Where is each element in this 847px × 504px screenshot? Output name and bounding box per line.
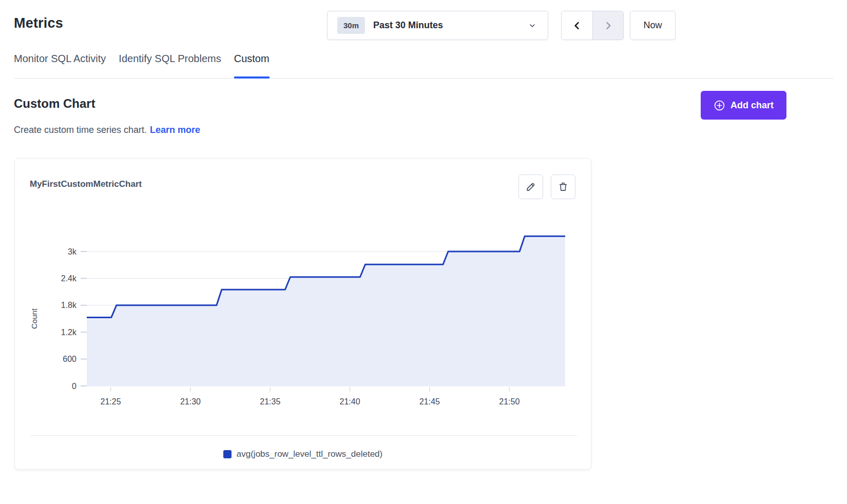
chevron-left-icon [572, 20, 582, 31]
svg-text:2.4k: 2.4k [61, 274, 77, 283]
time-range-badge: 30m [337, 17, 365, 34]
tab-custom[interactable]: Custom [234, 53, 270, 78]
svg-text:21:35: 21:35 [260, 397, 280, 406]
plus-circle-icon [714, 100, 725, 111]
svg-text:0: 0 [72, 382, 76, 391]
delete-chart-button[interactable] [551, 175, 575, 199]
add-chart-button[interactable]: Add chart [701, 91, 786, 120]
svg-text:3k: 3k [68, 247, 77, 256]
section-description: Create custom time series chart.Learn mo… [14, 125, 200, 135]
svg-text:21:45: 21:45 [419, 397, 440, 406]
page-title: Metrics [14, 15, 63, 31]
chevron-down-icon [528, 22, 536, 30]
svg-text:21:50: 21:50 [499, 397, 519, 406]
section-description-text: Create custom time series chart. [14, 125, 147, 135]
section-heading: Custom Chart [14, 96, 95, 111]
svg-text:600: 600 [63, 355, 76, 363]
card-divider [30, 435, 577, 436]
time-range-label: Past 30 Minutes [373, 20, 528, 31]
svg-text:21:25: 21:25 [101, 397, 121, 406]
trash-icon [557, 181, 569, 192]
now-button[interactable]: Now [630, 11, 676, 40]
chevron-right-icon [603, 20, 613, 31]
pencil-icon [525, 181, 536, 192]
svg-text:1.2k: 1.2k [61, 328, 77, 337]
add-chart-label: Add chart [730, 100, 774, 111]
legend-swatch [223, 450, 232, 458]
custom-chart-card: MyFirstCustomMetricChart 06001.2k1.8k2.4… [14, 158, 591, 470]
chart-title: MyFirstCustomMetricChart [30, 179, 142, 189]
next-timeframe-button[interactable] [592, 11, 623, 40]
svg-text:21:40: 21:40 [340, 397, 360, 406]
tab-monitor-sql-activity[interactable]: Monitor SQL Activity [14, 53, 106, 78]
previous-timeframe-button[interactable] [562, 11, 592, 40]
learn-more-link[interactable]: Learn more [150, 125, 200, 135]
svg-text:1.8k: 1.8k [61, 301, 77, 309]
metrics-page: Metrics 30m Past 30 Minutes Now Monitor … [0, 0, 847, 504]
legend-label: avg(jobs_row_level_ttl_rows_deleted) [237, 449, 382, 459]
time-range-picker[interactable]: 30m Past 30 Minutes [327, 11, 548, 40]
tab-identify-sql-problems[interactable]: Identify SQL Problems [119, 53, 221, 78]
svg-text:21:30: 21:30 [180, 397, 201, 406]
edit-chart-button[interactable] [518, 175, 543, 199]
svg-text:Count: Count [30, 308, 38, 329]
timeseries-chart[interactable]: 06001.2k1.8k2.4k3k21:2521:3021:3521:4021… [30, 210, 577, 415]
metrics-tabs: Monitor SQL Activity Identify SQL Proble… [14, 53, 833, 79]
time-step-controls [561, 11, 624, 40]
chart-legend[interactable]: avg(jobs_row_level_ttl_rows_deleted) [15, 444, 591, 464]
